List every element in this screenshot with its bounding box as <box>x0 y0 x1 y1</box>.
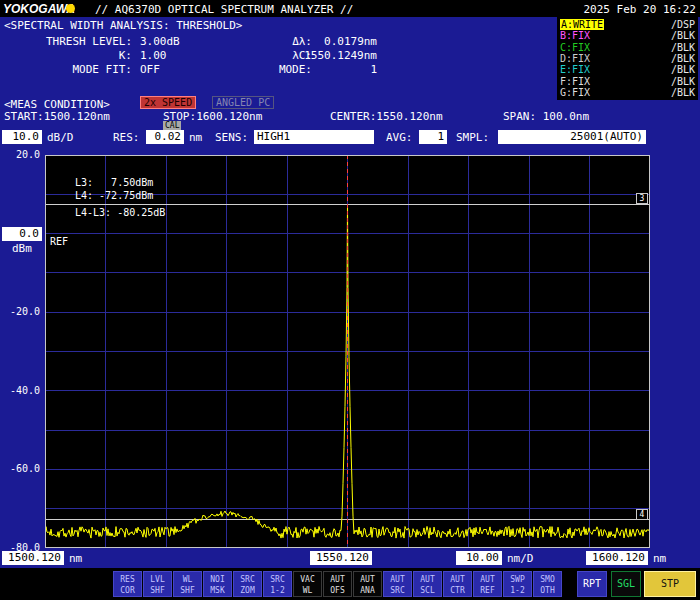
res-label: RES: <box>113 131 140 144</box>
trace-g-mode: G:FIX <box>560 87 590 98</box>
x-axis-stop-box[interactable]: 1600.120 <box>586 551 648 565</box>
trace-e-mode: E:FIX <box>560 64 590 75</box>
sens-label: SENS: <box>215 131 248 144</box>
yokogawa-sun-icon <box>66 4 75 13</box>
trace-status-g[interactable]: G:FIX/BLK <box>560 87 695 98</box>
x-axis-start-unit: nm <box>69 552 82 565</box>
softkey-bar: RESCORLVLSHFWLSHFNOIMSKSRCZOMSRC1-2VACWL… <box>0 568 700 600</box>
trace-status-f[interactable]: F:FIX/BLK <box>560 76 695 87</box>
stop-wavelength-field[interactable]: STOP:1600.120nm <box>163 110 262 123</box>
trace-c-mode: C:FIX <box>560 42 590 53</box>
softkey-aut-ofs[interactable]: AUTOFS <box>323 571 352 597</box>
res-unit: nm <box>189 131 202 144</box>
trace-g-display-state: /BLK <box>671 87 695 98</box>
center-label: CENTER: <box>330 110 376 123</box>
analysis-mode-title: <SPECTRAL WIDTH ANALYSIS: THRESHOLD> <box>4 19 242 32</box>
x-axis-stop-unit: nm <box>653 552 666 565</box>
softkey-aut-scl[interactable]: AUTSCL <box>413 571 442 597</box>
softkey-wl-shf[interactable]: WLSHF <box>173 571 202 597</box>
start-label: START: <box>4 110 44 123</box>
trace-panel: A:WRITE/DSPB:FIX/BLKC:FIX/BLKD:FIX/BLKE:… <box>557 17 698 100</box>
x-axis-per-div-unit: nm/D <box>507 552 534 565</box>
trace-d-display-state: /BLK <box>671 53 695 64</box>
x-axis-center-box[interactable]: 1550.120 <box>310 551 372 565</box>
ref-level-box[interactable]: 0.0 <box>2 227 42 241</box>
softkey-noi-msk[interactable]: NOIMSK <box>203 571 232 597</box>
y-axis-label: 20.0 <box>0 149 40 161</box>
mode-fit-value[interactable]: OFF <box>140 63 160 76</box>
y-axis-label: -80.0 <box>0 542 40 554</box>
center-wavelength-field[interactable]: CENTER:1550.120nm <box>330 110 443 123</box>
span-label: SPAN: <box>503 110 536 123</box>
y-axis-label: -60.0 <box>0 463 40 475</box>
sweep-key-sgl[interactable]: SGL <box>611 571 641 597</box>
avg-box[interactable]: 1 <box>419 130 447 144</box>
softkey-aut-ana[interactable]: AUTANA <box>353 571 382 597</box>
sweep-key-stp[interactable]: STP <box>644 571 696 597</box>
smpl-label: SMPL: <box>456 131 489 144</box>
stop-label: STOP: <box>163 110 196 123</box>
smpl-box[interactable]: 25001(AUTO) <box>498 130 646 144</box>
lambda-c-value: 1550.1249nm <box>295 49 377 62</box>
softkey-smo-oth[interactable]: SMOOTH <box>533 571 562 597</box>
title-bar: YOKOGAWA // AQ6370D OPTICAL SPECTRUM ANA… <box>0 0 700 17</box>
avg-label: AVG: <box>386 131 413 144</box>
res-box[interactable]: 0.02 <box>146 130 184 144</box>
ref-marker-label: REF <box>50 236 68 248</box>
trace-f-mode: F:FIX <box>560 76 590 87</box>
span-value: 100.0nm <box>536 110 589 123</box>
osa-screen: YOKOGAWA // AQ6370D OPTICAL SPECTRUM ANA… <box>0 0 700 600</box>
trace-d-mode: D:FIX <box>560 53 590 64</box>
x-axis-per-div-box[interactable]: 10.00 <box>456 551 502 565</box>
thresh-level-value[interactable]: 3.00dB <box>140 35 180 48</box>
mode-fit-label: MODE FIT: <box>0 63 132 76</box>
trace-a-display-state: /DSP <box>671 19 695 30</box>
start-wavelength-field[interactable]: START:1500.120nm <box>4 110 110 123</box>
trace-e-display-state: /BLK <box>671 64 695 75</box>
trace-f-display-state: /BLK <box>671 76 695 87</box>
start-value: 1500.120nm <box>44 110 110 123</box>
angled-pc-badge: ANGLED PC <box>212 96 274 109</box>
trace-status-a[interactable]: A:WRITE/DSP <box>560 19 695 30</box>
mode-value: 1 <box>295 63 377 76</box>
span-field[interactable]: SPAN: 100.0nm <box>503 110 589 123</box>
softkey-aut-ctr[interactable]: AUTCTR <box>443 571 472 597</box>
trace-status-c[interactable]: C:FIX/BLK <box>560 42 695 53</box>
spectrum-plot: L3: 7.50dBm L4: -72.75dBm L4-L3: -80.25d… <box>45 155 650 548</box>
trace-b-mode: B:FIX <box>560 30 590 41</box>
level-line-delta-label: L4-L3: -80.25dB <box>75 206 165 219</box>
speed-badge: 2x SPEED <box>140 96 196 109</box>
thresh-level-label: THRESH LEVEL: <box>0 35 132 48</box>
delta-lambda-value: 0.0179nm <box>295 35 377 48</box>
level-line-values-label: L3: 7.50dBm L4: -72.75dBm <box>75 176 153 202</box>
trace-status-b[interactable]: B:FIX/BLK <box>560 30 695 41</box>
trace-status-e[interactable]: E:FIX/BLK <box>560 64 695 75</box>
center-value: 1550.120nm <box>376 110 442 123</box>
trace-status-d[interactable]: D:FIX/BLK <box>560 53 695 64</box>
softkey-res-cor[interactable]: RESCOR <box>113 571 142 597</box>
trace-b-display-state: /BLK <box>671 30 695 41</box>
sweep-key-rpt[interactable]: RPT <box>577 571 607 597</box>
stop-value: 1600.120nm <box>196 110 262 123</box>
k-label: K: <box>0 49 132 62</box>
app-title: // AQ6370D OPTICAL SPECTRUM ANALYZER // <box>95 3 353 16</box>
level-scale-box[interactable]: 10.0 <box>2 130 42 144</box>
yokogawa-logo: YOKOGAWA <box>3 2 75 16</box>
ref-level-unit: dBm <box>12 242 32 255</box>
softkey-swp-1-2[interactable]: SWP1-2 <box>503 571 532 597</box>
trace-a-mode: A:WRITE <box>560 19 604 30</box>
y-axis-label: -20.0 <box>0 306 40 318</box>
k-value[interactable]: 1.00 <box>140 49 167 62</box>
softkey-vac-wl[interactable]: VACWL <box>293 571 322 597</box>
softkey-src-zom[interactable]: SRCZOM <box>233 571 262 597</box>
sens-box[interactable]: HIGH1 <box>254 130 374 144</box>
level-line-marker-3[interactable]: 3 <box>636 193 648 204</box>
datetime-display: 2025 Feb 20 16:22 <box>583 3 696 16</box>
trace-c-display-state: /BLK <box>671 42 695 53</box>
y-axis-label: -40.0 <box>0 385 40 397</box>
softkey-aut-src[interactable]: AUTSRC <box>383 571 412 597</box>
level-line-marker-4[interactable]: 4 <box>636 509 648 520</box>
softkey-aut-ref[interactable]: AUTREF <box>473 571 502 597</box>
softkey-src-1-2[interactable]: SRC1-2 <box>263 571 292 597</box>
softkey-lvl-shf[interactable]: LVLSHF <box>143 571 172 597</box>
